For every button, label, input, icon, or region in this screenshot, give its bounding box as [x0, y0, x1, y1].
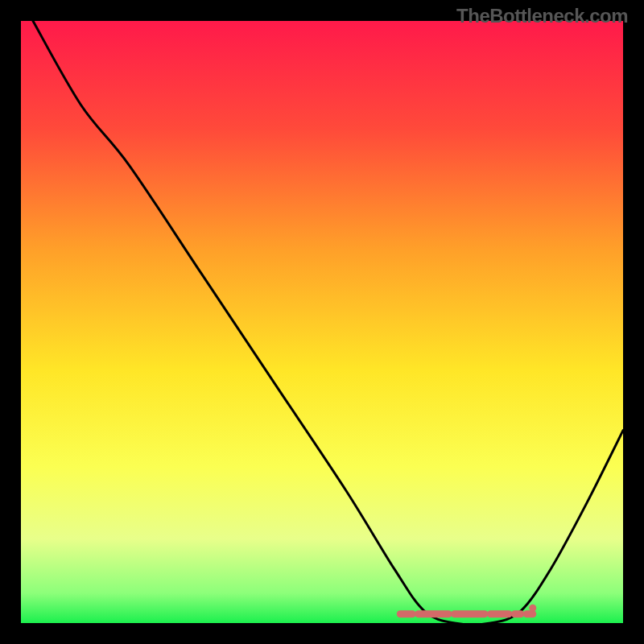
chart-svg	[21, 21, 623, 623]
svg-point-6	[529, 605, 536, 612]
chart-container: TheBottleneck.com	[0, 0, 644, 644]
plot-area	[21, 21, 623, 623]
watermark-text: TheBottleneck.com	[456, 5, 628, 27]
gradient-background	[21, 21, 623, 623]
